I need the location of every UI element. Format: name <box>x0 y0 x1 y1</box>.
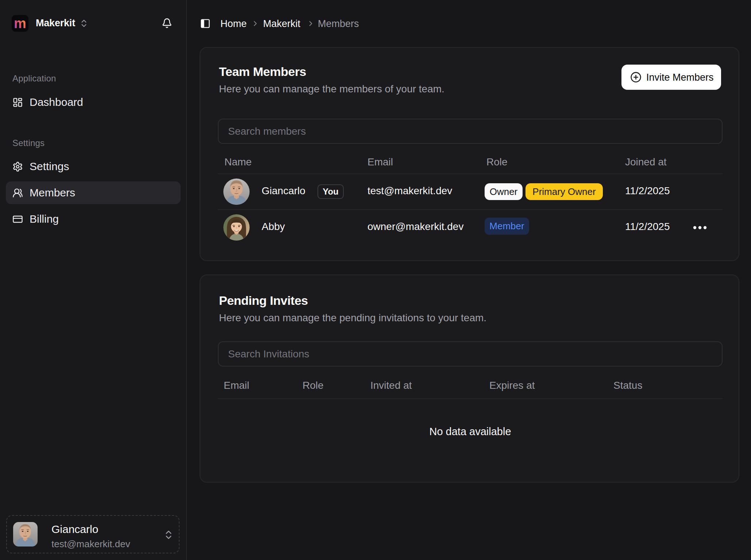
svg-text:m: m <box>14 16 26 31</box>
